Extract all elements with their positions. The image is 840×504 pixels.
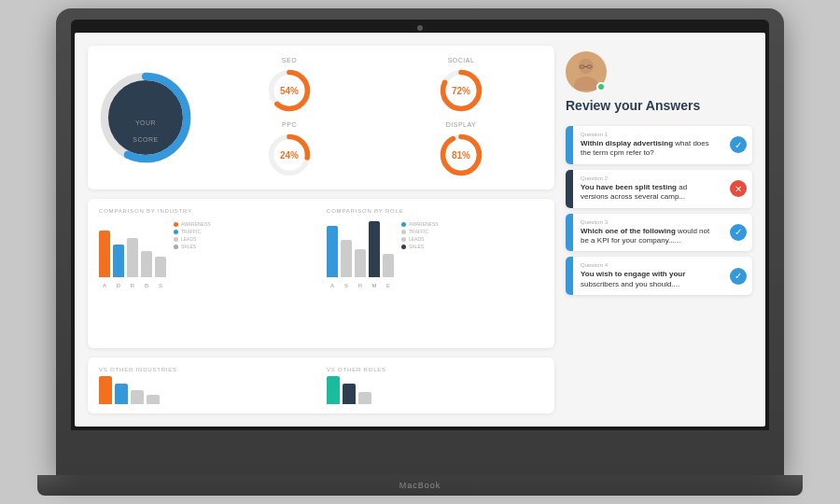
- rx-s: S: [341, 283, 352, 288]
- industry-chart-title: COMPARISON BY INDUSTRY: [99, 208, 315, 214]
- gauge-display-label: DISPLAY: [446, 121, 477, 128]
- question-card-2[interactable]: Question 2 You have been split testing a…: [566, 170, 752, 208]
- q1-sidebar: [566, 126, 573, 164]
- rx-m: M: [369, 283, 380, 288]
- role-legend-0: AWARENESS: [401, 221, 439, 227]
- main-donut: 57% YOUR SCORE: [99, 71, 192, 164]
- q1-content: Question 1 Within display advertising wh…: [573, 126, 724, 164]
- gauge-social-value: 72%: [452, 86, 470, 96]
- x-label-d: D: [113, 283, 124, 288]
- bar-role-4: [383, 254, 394, 277]
- macbook-label: MacBook: [399, 481, 441, 490]
- gauge-seo: SEO 54%: [207, 57, 371, 114]
- vs-industries-title: VS OTHER INDUSTRIES: [99, 367, 315, 372]
- vs-roles-block: VS OTHER ROLES: [327, 367, 543, 404]
- legend-item-2: LEADS: [174, 236, 211, 242]
- q4-text: You wish to engage with your subscribers…: [581, 270, 717, 289]
- q4-icon-wrap: ✓: [724, 257, 752, 295]
- industry-legend: AWARENESS TRAFFIC LEADS SALES: [174, 221, 211, 277]
- q4-sidebar: [566, 257, 573, 295]
- gauge-ppc-label: PPC: [282, 121, 297, 128]
- role-legend-2: LEADS: [401, 236, 439, 242]
- q1-icon-wrap: ✓: [724, 126, 752, 164]
- laptop-screen-bezel: 57% YOUR SCORE SEO: [71, 20, 769, 430]
- legend-item-1: TRAFFIC: [174, 229, 211, 234]
- charts-row: COMPARISON BY INDUSTRY: [99, 208, 543, 339]
- x-label-r: R: [127, 283, 138, 288]
- bar-industry-0: [99, 231, 110, 277]
- bar-industry-3: [141, 251, 152, 277]
- industry-chart-inner: AWARENESS TRAFFIC LEADS SALES: [99, 221, 315, 277]
- avatar-online-dot: [596, 82, 606, 91]
- gauge-seo-value: 54%: [280, 86, 299, 96]
- role-legend-1: TRAFFIC: [401, 229, 439, 234]
- user-header: Review your Answers: [566, 46, 752, 119]
- question-card-3[interactable]: Question 3 Which one of the following wo…: [566, 214, 752, 252]
- rx-r: R: [355, 283, 366, 288]
- q2-sidebar: [566, 170, 573, 208]
- legend-item-3: SALES: [174, 244, 211, 249]
- gauge-seo-label: SEO: [282, 57, 297, 63]
- donut-center: 57% YOUR SCORE: [122, 91, 169, 146]
- industry-bars: [99, 221, 166, 277]
- laptop-bottom: MacBook: [37, 475, 803, 496]
- vs-ind-bar-0: [99, 376, 112, 404]
- q3-check-icon: ✓: [730, 224, 747, 241]
- vs-industries-block: VS OTHER INDUSTRIES: [99, 367, 315, 404]
- main-score-percent: 57%: [122, 91, 169, 112]
- vs-roles-bars: [327, 376, 543, 404]
- gauge-seo-donut: 54%: [266, 67, 313, 114]
- right-panel: Review your Answers Question 1 Within di…: [566, 46, 752, 413]
- industry-chart-block: COMPARISON BY INDUSTRY: [99, 208, 315, 339]
- gauge-social-label: SOCIAL: [448, 57, 475, 63]
- question-cards: Question 1 Within display advertising wh…: [566, 126, 752, 295]
- role-xaxis: A S R M E: [327, 283, 543, 288]
- vs-section: VS OTHER INDUSTRIES VS OTHER ROLES: [88, 357, 554, 413]
- q3-content: Question 3 Which one of the following wo…: [573, 214, 724, 252]
- gauge-display-value: 81%: [452, 150, 470, 161]
- main-score-label: YOUR SCORE: [133, 119, 158, 143]
- legend-item-0: AWARENESS: [174, 221, 211, 227]
- gauge-social: SOCIAL 72%: [379, 57, 543, 114]
- q1-text: Within display advertising what does the…: [581, 139, 717, 159]
- gauge-display-donut: 81%: [438, 132, 484, 178]
- industry-xaxis: A D R B S: [99, 283, 315, 288]
- screen: 57% YOUR SCORE SEO: [75, 33, 765, 427]
- rx-a: A: [327, 283, 338, 288]
- vs-ind-bar-1: [115, 384, 128, 405]
- bar-role-0: [327, 226, 338, 277]
- role-chart-block: COMPARISON BY ROLE: [327, 208, 543, 339]
- q2-text: You have been split testing ad versions …: [581, 183, 717, 203]
- role-legend-3: SALES: [401, 244, 439, 249]
- bar-role-1: [341, 240, 352, 277]
- vs-roles-title: VS OTHER ROLES: [327, 367, 543, 372]
- q3-sidebar: [566, 214, 573, 252]
- laptop-outer: 57% YOUR SCORE SEO: [56, 8, 784, 475]
- gauge-ppc-value: 24%: [280, 150, 299, 161]
- avatar-wrap: [566, 51, 607, 92]
- q2-number: Question 2: [581, 175, 717, 181]
- role-bars: [327, 221, 394, 277]
- vs-ind-bar-2: [131, 390, 144, 404]
- q2-cross-icon: ✕: [730, 180, 747, 197]
- question-card-1[interactable]: Question 1 Within display advertising wh…: [566, 126, 752, 164]
- vs-ind-bar-3: [147, 395, 160, 404]
- vs-role-bar-2: [358, 392, 371, 405]
- rx-e: E: [383, 283, 394, 288]
- x-label-b: B: [141, 283, 152, 288]
- svg-point-12: [574, 77, 598, 91]
- role-chart-title: COMPARISON BY ROLE: [327, 208, 543, 214]
- q4-number: Question 4: [581, 262, 717, 268]
- gauge-social-donut: 72%: [438, 67, 484, 114]
- role-legend: AWARENESS TRAFFIC LEADS SALES: [401, 221, 439, 277]
- bar-industry-2: [127, 238, 138, 277]
- question-card-4[interactable]: Question 4 You wish to engage with your …: [566, 257, 752, 295]
- q4-check-icon: ✓: [730, 268, 747, 285]
- q1-check-icon: ✓: [730, 136, 747, 153]
- q3-text: Which one of the following would not be …: [581, 227, 717, 246]
- gauge-ppc-donut: 24%: [266, 132, 313, 178]
- q3-number: Question 3: [581, 219, 717, 225]
- vs-industries-bars: [99, 376, 315, 404]
- gauge-display: DISPLAY 81%: [379, 121, 543, 178]
- left-panel: 57% YOUR SCORE SEO: [88, 46, 554, 413]
